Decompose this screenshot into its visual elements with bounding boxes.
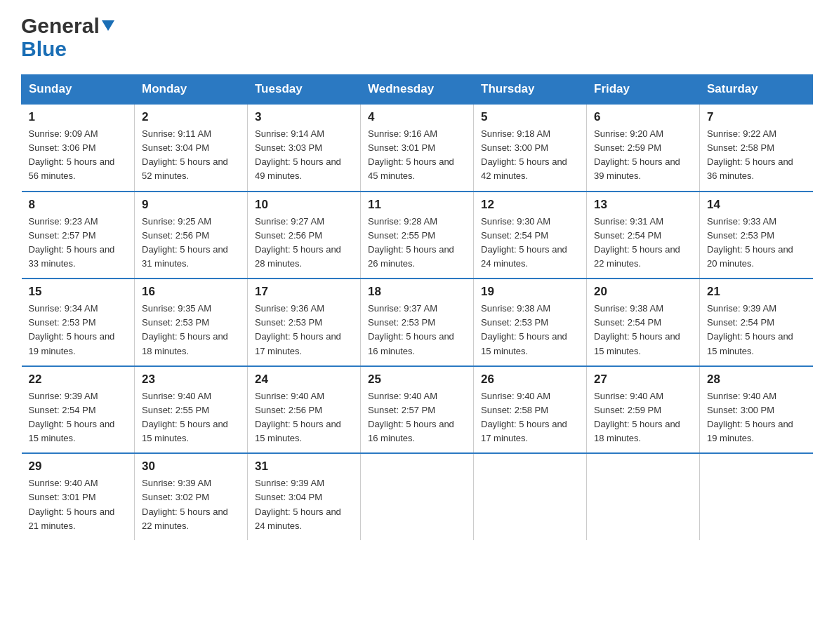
day-number: 24: [255, 373, 353, 387]
calendar-week-row: 1Sunrise: 9:09 AMSunset: 3:06 PMDaylight…: [22, 104, 813, 192]
day-info: Sunrise: 9:33 AMSunset: 2:53 PMDaylight:…: [707, 215, 806, 271]
header-tuesday: Tuesday: [248, 75, 361, 105]
day-info: Sunrise: 9:36 AMSunset: 2:53 PMDaylight:…: [255, 302, 353, 358]
calendar-cell: 30Sunrise: 9:39 AMSunset: 3:02 PMDayligh…: [135, 453, 248, 540]
day-number: 22: [29, 373, 128, 387]
header-thursday: Thursday: [474, 75, 587, 105]
logo-general: General: [21, 14, 114, 37]
calendar-cell: 20Sunrise: 9:38 AMSunset: 2:54 PMDayligh…: [587, 279, 700, 366]
day-number: 25: [368, 373, 466, 387]
calendar-cell: 25Sunrise: 9:40 AMSunset: 2:57 PMDayligh…: [361, 366, 474, 454]
day-info: Sunrise: 9:30 AMSunset: 2:54 PMDaylight:…: [481, 215, 579, 271]
calendar-cell: 17Sunrise: 9:36 AMSunset: 2:53 PMDayligh…: [248, 279, 361, 366]
calendar-cell: 11Sunrise: 9:28 AMSunset: 2:55 PMDayligh…: [361, 192, 474, 279]
day-number: 6: [594, 110, 692, 124]
day-number: 27: [594, 373, 692, 387]
day-info: Sunrise: 9:28 AMSunset: 2:55 PMDaylight:…: [368, 215, 466, 271]
calendar-cell: 23Sunrise: 9:40 AMSunset: 2:55 PMDayligh…: [135, 366, 248, 454]
calendar-cell: 21Sunrise: 9:39 AMSunset: 2:54 PMDayligh…: [700, 279, 813, 366]
day-number: 12: [481, 198, 579, 212]
calendar-week-row: 22Sunrise: 9:39 AMSunset: 2:54 PMDayligh…: [22, 366, 813, 454]
day-number: 17: [255, 285, 353, 299]
calendar-header-row: SundayMondayTuesdayWednesdayThursdayFrid…: [22, 75, 813, 105]
day-number: 31: [255, 459, 353, 474]
calendar-cell: 7Sunrise: 9:22 AMSunset: 2:58 PMDaylight…: [700, 104, 813, 192]
day-number: 10: [255, 198, 353, 212]
header-saturday: Saturday: [700, 75, 813, 105]
day-number: 11: [368, 198, 466, 212]
day-info: Sunrise: 9:23 AMSunset: 2:57 PMDaylight:…: [29, 215, 128, 271]
day-number: 19: [481, 285, 579, 299]
calendar-cell: 15Sunrise: 9:34 AMSunset: 2:53 PMDayligh…: [22, 279, 135, 366]
day-info: Sunrise: 9:09 AMSunset: 3:06 PMDaylight:…: [29, 127, 128, 184]
day-number: 13: [594, 198, 692, 212]
calendar-cell: [474, 453, 587, 540]
calendar-week-row: 29Sunrise: 9:40 AMSunset: 3:01 PMDayligh…: [22, 453, 813, 540]
calendar-cell: 18Sunrise: 9:37 AMSunset: 2:53 PMDayligh…: [361, 279, 474, 366]
day-number: 29: [29, 459, 128, 474]
calendar-cell: 29Sunrise: 9:40 AMSunset: 3:01 PMDayligh…: [22, 453, 135, 540]
calendar-week-row: 15Sunrise: 9:34 AMSunset: 2:53 PMDayligh…: [22, 279, 813, 366]
calendar-cell: 1Sunrise: 9:09 AMSunset: 3:06 PMDaylight…: [22, 104, 135, 192]
day-info: Sunrise: 9:37 AMSunset: 2:53 PMDaylight:…: [368, 302, 466, 358]
day-info: Sunrise: 9:40 AMSunset: 2:57 PMDaylight:…: [368, 389, 466, 446]
day-number: 14: [707, 198, 806, 212]
day-info: Sunrise: 9:39 AMSunset: 2:54 PMDaylight:…: [707, 302, 806, 358]
day-number: 20: [594, 285, 692, 299]
calendar-cell: 8Sunrise: 9:23 AMSunset: 2:57 PMDaylight…: [22, 192, 135, 279]
calendar-cell: 16Sunrise: 9:35 AMSunset: 2:53 PMDayligh…: [135, 279, 248, 366]
day-info: Sunrise: 9:38 AMSunset: 2:54 PMDaylight:…: [594, 302, 692, 358]
calendar-cell: 28Sunrise: 9:40 AMSunset: 3:00 PMDayligh…: [700, 366, 813, 454]
calendar-cell: 5Sunrise: 9:18 AMSunset: 3:00 PMDaylight…: [474, 104, 587, 192]
page-header: General Blue: [21, 14, 813, 60]
calendar-table: SundayMondayTuesdayWednesdayThursdayFrid…: [21, 74, 813, 540]
day-number: 9: [142, 198, 240, 212]
calendar-cell: 6Sunrise: 9:20 AMSunset: 2:59 PMDaylight…: [587, 104, 700, 192]
day-info: Sunrise: 9:40 AMSunset: 3:01 PMDaylight:…: [29, 476, 128, 533]
day-info: Sunrise: 9:27 AMSunset: 2:56 PMDaylight:…: [255, 215, 353, 271]
header-wednesday: Wednesday: [361, 75, 474, 105]
calendar-cell: 4Sunrise: 9:16 AMSunset: 3:01 PMDaylight…: [361, 104, 474, 192]
day-info: Sunrise: 9:18 AMSunset: 3:00 PMDaylight:…: [481, 127, 579, 184]
day-info: Sunrise: 9:25 AMSunset: 2:56 PMDaylight:…: [142, 215, 240, 271]
day-number: 28: [707, 373, 806, 387]
calendar-cell: [361, 453, 474, 540]
day-info: Sunrise: 9:40 AMSunset: 2:58 PMDaylight:…: [481, 389, 579, 446]
day-info: Sunrise: 9:40 AMSunset: 2:56 PMDaylight:…: [255, 389, 353, 446]
calendar-cell: 9Sunrise: 9:25 AMSunset: 2:56 PMDaylight…: [135, 192, 248, 279]
day-info: Sunrise: 9:14 AMSunset: 3:03 PMDaylight:…: [255, 127, 353, 184]
calendar-cell: 26Sunrise: 9:40 AMSunset: 2:58 PMDayligh…: [474, 366, 587, 454]
day-number: 15: [29, 285, 128, 299]
day-info: Sunrise: 9:20 AMSunset: 2:59 PMDaylight:…: [594, 127, 692, 184]
calendar-cell: 14Sunrise: 9:33 AMSunset: 2:53 PMDayligh…: [700, 192, 813, 279]
logo: General Blue: [21, 14, 114, 60]
day-info: Sunrise: 9:38 AMSunset: 2:53 PMDaylight:…: [481, 302, 579, 358]
day-info: Sunrise: 9:40 AMSunset: 3:00 PMDaylight:…: [707, 389, 806, 446]
day-number: 4: [368, 110, 466, 124]
day-info: Sunrise: 9:39 AMSunset: 3:04 PMDaylight:…: [255, 476, 353, 533]
calendar-cell: 3Sunrise: 9:14 AMSunset: 3:03 PMDaylight…: [248, 104, 361, 192]
day-info: Sunrise: 9:11 AMSunset: 3:04 PMDaylight:…: [142, 127, 240, 184]
day-info: Sunrise: 9:40 AMSunset: 2:59 PMDaylight:…: [594, 389, 692, 446]
day-number: 8: [29, 198, 128, 212]
header-sunday: Sunday: [22, 75, 135, 105]
day-number: 1: [29, 110, 128, 124]
calendar-cell: 31Sunrise: 9:39 AMSunset: 3:04 PMDayligh…: [248, 453, 361, 540]
calendar-cell: 13Sunrise: 9:31 AMSunset: 2:54 PMDayligh…: [587, 192, 700, 279]
day-info: Sunrise: 9:34 AMSunset: 2:53 PMDaylight:…: [29, 302, 128, 358]
calendar-cell: 27Sunrise: 9:40 AMSunset: 2:59 PMDayligh…: [587, 366, 700, 454]
day-number: 26: [481, 373, 579, 387]
day-number: 16: [142, 285, 240, 299]
calendar-cell: 19Sunrise: 9:38 AMSunset: 2:53 PMDayligh…: [474, 279, 587, 366]
calendar-cell: 22Sunrise: 9:39 AMSunset: 2:54 PMDayligh…: [22, 366, 135, 454]
day-info: Sunrise: 9:39 AMSunset: 3:02 PMDaylight:…: [142, 476, 240, 533]
day-number: 18: [368, 285, 466, 299]
calendar-week-row: 8Sunrise: 9:23 AMSunset: 2:57 PMDaylight…: [22, 192, 813, 279]
day-info: Sunrise: 9:39 AMSunset: 2:54 PMDaylight:…: [29, 389, 128, 446]
header-monday: Monday: [135, 75, 248, 105]
day-number: 21: [707, 285, 806, 299]
calendar-cell: 24Sunrise: 9:40 AMSunset: 2:56 PMDayligh…: [248, 366, 361, 454]
header-friday: Friday: [587, 75, 700, 105]
day-info: Sunrise: 9:40 AMSunset: 2:55 PMDaylight:…: [142, 389, 240, 446]
day-info: Sunrise: 9:16 AMSunset: 3:01 PMDaylight:…: [368, 127, 466, 184]
